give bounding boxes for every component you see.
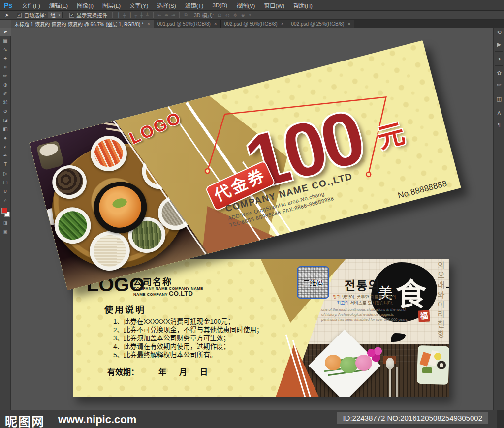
menu-help[interactable]: 帮助(H) bbox=[289, 1, 317, 9]
panel-styles-icon[interactable]: ✿ bbox=[494, 67, 504, 79]
instruction-item: 5、此券最终解释权归本公司所有。 bbox=[113, 351, 263, 359]
spoon bbox=[386, 358, 394, 369]
tool-history-brush-icon[interactable]: ↺ bbox=[0, 107, 11, 116]
distribute-right-icon: ⇥ bbox=[170, 13, 177, 18]
panel-actions-icon[interactable]: ▶ bbox=[494, 38, 504, 50]
menu-filter[interactable]: 滤镜(T) bbox=[181, 1, 208, 9]
instruction-item: 2、此券不可兑换现金，不得与其他优惠同时使用； bbox=[113, 326, 263, 334]
menu-window[interactable]: 窗口(W) bbox=[259, 1, 289, 9]
divider bbox=[495, 106, 503, 106]
tool-dodge-icon[interactable]: ◐ bbox=[0, 143, 11, 152]
foreground-color-swatch[interactable] bbox=[1, 208, 7, 214]
english-line: one of the most continuous civilizations… bbox=[321, 307, 409, 312]
tab-untitled-1[interactable]: 未标题-1-恢复的-恢复的-恢复的 @ 66.7% (图层 1, RGB/8) … bbox=[11, 20, 154, 28]
3d-slide-icon: ⊕ bbox=[239, 13, 247, 18]
panel-strip: « ⟲ ▶ ◑ ✿ ✏ ◫ A ¶ bbox=[493, 20, 504, 410]
divider bbox=[112, 12, 113, 18]
validity-month: 月 bbox=[179, 368, 187, 376]
panel-3d-icon[interactable]: ◫ bbox=[494, 93, 504, 105]
korean-rest: 영양이, 풍부한 재료로 최고의 bbox=[342, 295, 396, 300]
options-bar: ➤ ✓ 自动选择: 组 ▾ ✓ 显示变换控件 ┠ ┼ ┨ ┯ ┿ ┷ ⇤ ⇹ ⇥… bbox=[0, 11, 504, 20]
tool-blur-icon[interactable]: ● bbox=[0, 134, 11, 143]
validity-line: 有效期：年月日 bbox=[107, 366, 208, 377]
divider bbox=[495, 92, 503, 92]
instruction-item: 4、此券请在有效期内使用，过期作废； bbox=[113, 342, 263, 351]
close-icon[interactable]: × bbox=[347, 21, 350, 27]
instructions-list: 1、此券在XXXXXX消费可抵现金100元； 2、此券不可兑换现金，不得与其他优… bbox=[113, 317, 263, 359]
korean-subtitle: 최고의 서비스로 모시겠습니다. bbox=[337, 300, 393, 306]
nipic-brand: 昵图网 bbox=[5, 412, 45, 428]
menu-image[interactable]: 图像(I) bbox=[72, 1, 98, 9]
tool-brush-icon[interactable]: ✐ bbox=[0, 90, 11, 98]
divider bbox=[179, 12, 180, 18]
instruction-item: 3、此券须加盖本公司财务章方可生效； bbox=[113, 334, 263, 342]
company-en-small: NAME COMPANY bbox=[133, 292, 169, 297]
tab-002-psd-25[interactable]: 002.psd @ 25%(RGB/8) × bbox=[287, 20, 354, 28]
panel-character-icon[interactable]: A bbox=[494, 107, 504, 119]
menu-edit[interactable]: 编辑(E) bbox=[45, 1, 72, 9]
tools-panel: ➤ ▦ ∿ ✦ ⌗ ✑ ⊕ ✐ ⌘ ↺ ◪ ◧ ● ◐ ✒ T ▷ ▢ ∪ ⌕ … bbox=[0, 28, 11, 410]
color-swatches[interactable] bbox=[0, 207, 11, 218]
tool-hand-icon[interactable]: ∪ bbox=[0, 187, 11, 196]
korean-rest: 서비스로 모시겠습니다. bbox=[350, 301, 393, 306]
show-transform-checkbox[interactable]: ✓ bbox=[69, 13, 74, 18]
menu-layer[interactable]: 图层(L) bbox=[98, 1, 125, 9]
distribute-center-icon: ⇹ bbox=[163, 13, 170, 18]
tool-zoom-icon[interactable]: ⌕ bbox=[0, 196, 11, 205]
menu-3d[interactable]: 3D(D) bbox=[208, 2, 232, 8]
nipic-url: www.nipic.com bbox=[58, 413, 136, 426]
close-icon[interactable]: × bbox=[214, 21, 217, 27]
menu-file[interactable]: 文件(F) bbox=[17, 1, 45, 9]
tool-clone-stamp-icon[interactable]: ⌘ bbox=[0, 98, 11, 107]
tool-healing-icon[interactable]: ⊕ bbox=[0, 81, 11, 90]
tool-lasso-icon[interactable]: ∿ bbox=[0, 45, 11, 54]
auto-select-dropdown[interactable]: 组 ▾ bbox=[48, 12, 63, 18]
tool-crop-icon[interactable]: ⌗ bbox=[0, 63, 11, 72]
instructions-title: 使用说明 bbox=[104, 303, 146, 315]
tool-path-select-icon[interactable]: ▷ bbox=[0, 169, 11, 178]
panel-paragraph-icon[interactable]: ¶ bbox=[494, 119, 504, 131]
auto-select-label: 自动选择: bbox=[24, 11, 46, 19]
screen-mode-icon[interactable]: ▣ bbox=[0, 227, 11, 236]
tool-pen-icon[interactable]: ✒ bbox=[0, 152, 11, 160]
menu-select[interactable]: 选择(S) bbox=[153, 1, 180, 9]
rice-cake-orange bbox=[325, 355, 342, 370]
close-icon[interactable]: × bbox=[147, 21, 150, 27]
panel-history-icon[interactable]: ⟲ bbox=[494, 27, 504, 38]
align-right-icon: ┨ bbox=[127, 13, 133, 18]
tool-eraser-icon[interactable]: ◪ bbox=[0, 116, 11, 125]
close-icon[interactable]: × bbox=[281, 21, 284, 27]
red-seal-stamp: 福 bbox=[418, 310, 430, 322]
tool-move-icon[interactable]: ➤ bbox=[0, 28, 11, 36]
orchid-flower bbox=[366, 346, 385, 364]
tool-type-icon[interactable]: T bbox=[0, 160, 11, 169]
validity-label: 有效期： bbox=[107, 368, 139, 376]
divider bbox=[495, 51, 503, 52]
chevron-down-icon: ▾ bbox=[59, 13, 61, 17]
panel-adjustments-icon[interactable]: ◑ bbox=[494, 53, 504, 64]
lemon-slice bbox=[434, 353, 441, 360]
english-caption: one of the most continuous civilizations… bbox=[321, 307, 409, 322]
tool-marquee-icon[interactable]: ▦ bbox=[0, 36, 11, 45]
tab-001-psd[interactable]: 001.psd @ 50%(RGB/8) × bbox=[154, 20, 221, 28]
panel-brush-icon[interactable]: ✏ bbox=[494, 79, 504, 91]
document-canvas[interactable]: 의으래와이리현항 드마시다촌요 美 食 福 전통의 맛과 영양이, 풍부한 재료… bbox=[11, 28, 493, 410]
menu-type[interactable]: 文字(Y) bbox=[125, 1, 153, 9]
korean-lead: 최고의 bbox=[337, 301, 350, 306]
tool-gradient-icon[interactable]: ◧ bbox=[0, 125, 11, 134]
align-middle-icon: ┿ bbox=[139, 13, 144, 18]
move-tool-icon: ➤ bbox=[0, 12, 13, 18]
tool-shape-icon[interactable]: ▢ bbox=[0, 178, 11, 187]
tab-label: 002.psd @ 50%(RGB/8) bbox=[224, 21, 278, 27]
validity-year: 年 bbox=[158, 368, 166, 376]
tab-002-psd-50[interactable]: 002.psd @ 50%(RGB/8) × bbox=[221, 20, 288, 28]
auto-select-value: 组 bbox=[50, 11, 56, 19]
menu-view[interactable]: 视图(V) bbox=[232, 1, 259, 9]
sushi-roll-center bbox=[440, 363, 443, 367]
quick-mask-icon[interactable]: ◨ bbox=[0, 218, 11, 227]
3d-scale-icon: ⌖ bbox=[247, 12, 253, 18]
tool-eyedropper-icon[interactable]: ✑ bbox=[0, 72, 11, 81]
auto-select-checkbox[interactable]: ✓ bbox=[17, 13, 22, 18]
tool-quick-select-icon[interactable]: ✦ bbox=[0, 54, 11, 63]
3d-rotate-icon: ☖ bbox=[216, 13, 223, 18]
